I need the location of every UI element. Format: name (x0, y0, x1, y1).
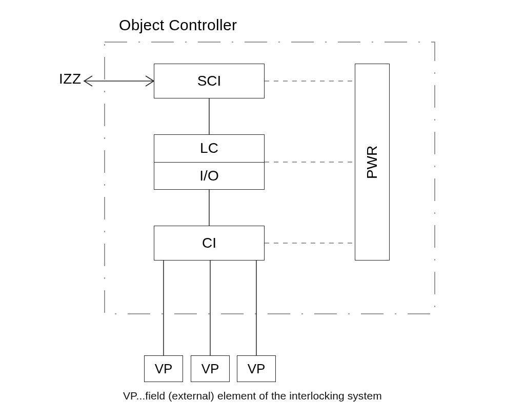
block-vp-2-label: VP (201, 361, 219, 377)
block-vp-1-label: VP (155, 361, 173, 377)
block-ci-label: CI (202, 235, 216, 251)
block-io-label: I/O (154, 163, 264, 190)
block-vp-3-label: VP (248, 361, 266, 377)
external-system-label: IZZ (59, 71, 82, 87)
diagram-title: Object Controller (119, 16, 237, 34)
block-pwr-label: PWR (364, 145, 380, 178)
block-vp-2: VP (191, 355, 230, 382)
diagram-root: Object Controller IZZ SCI LC I/O C (0, 0, 525, 420)
block-lc-label: LC (154, 135, 264, 162)
block-ci: CI (154, 226, 265, 261)
block-pwr: PWR (355, 64, 390, 261)
block-vp-3: VP (237, 355, 276, 382)
block-sci: SCI (154, 64, 265, 98)
block-sci-label: SCI (197, 73, 221, 89)
block-lc-io: LC I/O (154, 134, 265, 190)
block-vp-1: VP (144, 355, 183, 382)
footnote: VP...field (external) element of the int… (123, 390, 382, 402)
